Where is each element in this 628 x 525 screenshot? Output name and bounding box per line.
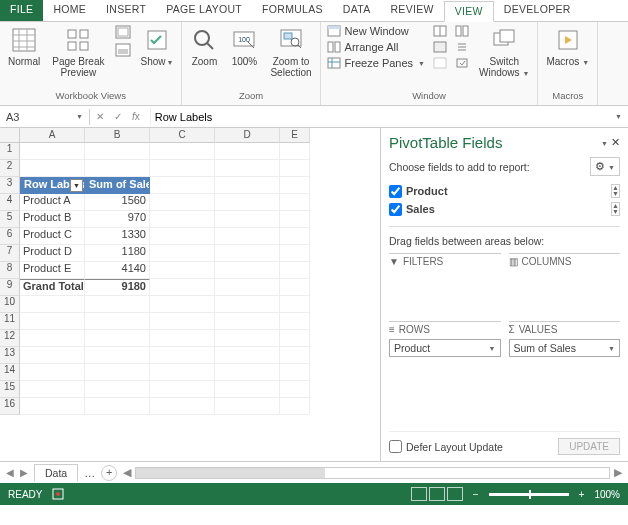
cell[interactable] [280, 296, 310, 313]
row-header[interactable]: 6 [0, 228, 20, 245]
col-header-a[interactable]: A [20, 128, 85, 143]
tab-view[interactable]: VIEW [444, 1, 494, 22]
row-header[interactable]: 4 [0, 194, 20, 211]
expand-formula-icon[interactable]: ▼ [615, 113, 622, 120]
normal-button[interactable]: Normal [4, 24, 44, 69]
zoom-slider[interactable] [489, 493, 569, 496]
cell[interactable] [20, 398, 85, 415]
cell[interactable] [150, 313, 215, 330]
show-button[interactable]: Show▼ [137, 24, 178, 69]
sync-scroll-button[interactable] [453, 40, 471, 54]
field-spin[interactable]: ▲▼ [611, 184, 620, 198]
cell[interactable] [215, 296, 280, 313]
zoom-out-button[interactable]: − [473, 489, 479, 500]
cell[interactable] [215, 211, 280, 228]
cell[interactable] [20, 313, 85, 330]
cell[interactable] [85, 347, 150, 364]
row-header[interactable]: 7 [0, 245, 20, 262]
cell[interactable] [215, 228, 280, 245]
field-item[interactable]: Sales▲▼ [389, 200, 620, 218]
cell[interactable] [85, 296, 150, 313]
macro-record-icon[interactable] [52, 488, 64, 500]
horizontal-scrollbar[interactable] [135, 467, 610, 479]
cell[interactable] [215, 347, 280, 364]
cell[interactable] [280, 177, 310, 194]
row-header[interactable]: 8 [0, 262, 20, 279]
update-button[interactable]: UPDATE [558, 438, 620, 455]
cell[interactable] [85, 330, 150, 347]
row-header[interactable]: 15 [0, 381, 20, 398]
field-item[interactable]: Product▲▼ [389, 182, 620, 200]
cell[interactable] [85, 364, 150, 381]
cell[interactable]: 9180 [85, 279, 150, 296]
cell[interactable] [85, 160, 150, 177]
rows-selection[interactable]: Product▼ [389, 339, 501, 357]
tab-formulas[interactable]: FORMULAS [252, 0, 333, 21]
cell[interactable] [280, 160, 310, 177]
cell[interactable] [215, 313, 280, 330]
cell[interactable]: Product E [20, 262, 85, 279]
cell[interactable] [20, 381, 85, 398]
pane-menu-icon[interactable]: ▼ [601, 140, 608, 147]
area-rows[interactable]: ≡ROWS Product▼ [389, 321, 501, 381]
cell[interactable] [215, 398, 280, 415]
view-normal-icon[interactable] [411, 487, 427, 501]
area-columns[interactable]: ▥COLUMNS [509, 253, 621, 313]
zoom-button[interactable]: Zoom [186, 24, 222, 69]
cell[interactable] [280, 364, 310, 381]
cell[interactable]: Product D [20, 245, 85, 262]
cell[interactable] [150, 296, 215, 313]
tab-page-layout[interactable]: PAGE LAYOUT [156, 0, 252, 21]
scroll-left-icon[interactable]: ◀ [123, 466, 131, 479]
switch-windows-button[interactable]: Switch Windows ▼ [475, 24, 533, 80]
cell[interactable] [85, 143, 150, 160]
row-header[interactable]: 14 [0, 364, 20, 381]
name-box[interactable]: A3▼ [0, 109, 90, 125]
cell[interactable] [280, 381, 310, 398]
sheet-tab-data[interactable]: Data [34, 464, 78, 481]
cell[interactable] [150, 211, 215, 228]
view-side-button[interactable] [453, 24, 471, 38]
cell[interactable] [20, 160, 85, 177]
cell[interactable] [150, 143, 215, 160]
cell[interactable] [215, 160, 280, 177]
add-sheet-button[interactable]: + [101, 465, 117, 481]
cell[interactable] [150, 364, 215, 381]
view-page-icon[interactable] [429, 487, 445, 501]
sheet-nav-next[interactable]: ▶ [20, 467, 28, 478]
zoom-selection-button[interactable]: Zoom to Selection [266, 24, 315, 80]
arrange-all-button[interactable]: Arrange All [325, 40, 427, 54]
cell[interactable]: Grand Total [20, 279, 85, 296]
zoom-level[interactable]: 100% [594, 489, 620, 500]
col-header-e[interactable]: E [280, 128, 310, 143]
hide-button[interactable] [431, 40, 449, 54]
tab-review[interactable]: REVIEW [380, 0, 443, 21]
custom-views-button[interactable] [113, 42, 133, 58]
row-header[interactable]: 2 [0, 160, 20, 177]
cell[interactable] [280, 398, 310, 415]
tab-data[interactable]: DATA [333, 0, 381, 21]
unhide-button[interactable] [431, 56, 449, 70]
cell[interactable] [215, 143, 280, 160]
cell[interactable] [85, 381, 150, 398]
cell[interactable] [150, 330, 215, 347]
tab-file[interactable]: FILE [0, 0, 43, 21]
cell[interactable] [280, 245, 310, 262]
freeze-panes-button[interactable]: Freeze Panes▼ [325, 56, 427, 70]
cell[interactable]: Product C [20, 228, 85, 245]
row-header[interactable]: 10 [0, 296, 20, 313]
cell[interactable] [150, 245, 215, 262]
cell[interactable]: 1560 [85, 194, 150, 211]
page-layout-small-button[interactable] [113, 24, 133, 40]
cell[interactable] [215, 279, 280, 296]
defer-layout-checkbox[interactable]: Defer Layout Update [389, 440, 503, 453]
cancel-icon[interactable]: ✕ [96, 111, 104, 122]
cell[interactable] [280, 211, 310, 228]
row-header[interactable]: 11 [0, 313, 20, 330]
row-header[interactable]: 13 [0, 347, 20, 364]
filter-button[interactable]: ▼ [70, 179, 83, 192]
values-selection[interactable]: Sum of Sales▼ [509, 339, 621, 357]
select-all-corner[interactable] [0, 128, 20, 143]
enter-icon[interactable]: ✓ [114, 111, 122, 122]
cell[interactable] [85, 398, 150, 415]
